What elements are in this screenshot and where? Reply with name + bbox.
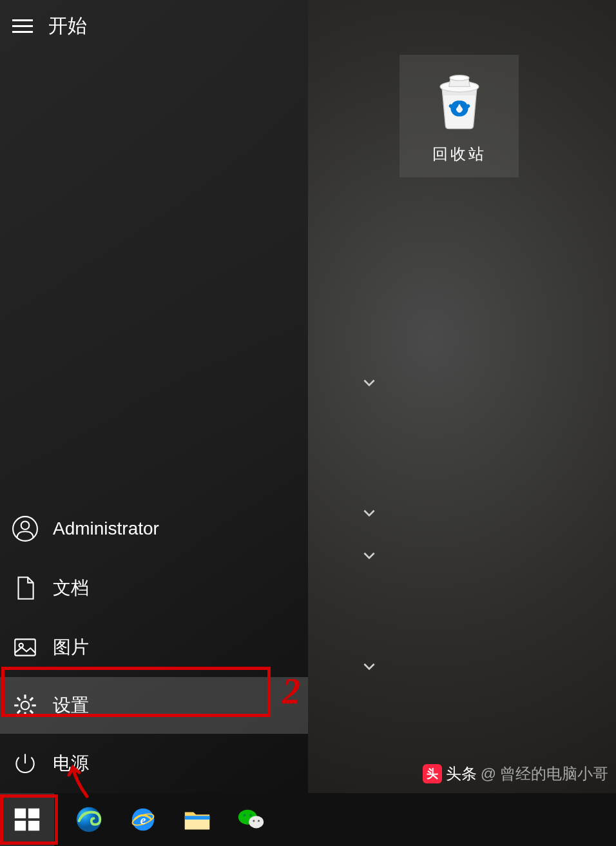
start-menu-title: 开始 — [48, 13, 87, 39]
hamburger-icon[interactable] — [10, 14, 35, 38]
taskbar-wechat-button[interactable] — [224, 793, 278, 846]
svg-rect-10 — [28, 821, 39, 831]
start-item-settings[interactable]: 设置 — [0, 677, 308, 734]
taskbar-edge-button[interactable] — [62, 793, 116, 846]
start-item-power[interactable]: 电源 — [0, 734, 308, 793]
svg-rect-9 — [15, 821, 26, 831]
chevron-down-icon[interactable] — [356, 658, 382, 679]
watermark-author: 曾经的电脑小哥 — [500, 763, 608, 784]
recycle-bin-icon — [430, 71, 488, 132]
taskbar-file-explorer-button[interactable] — [170, 793, 224, 846]
start-menu-header: 开始 — [0, 0, 308, 52]
taskbar: e — [0, 793, 616, 846]
edge-icon — [74, 805, 104, 834]
start-item-label: 电源 — [53, 751, 89, 776]
document-icon — [12, 575, 39, 602]
folder-icon — [182, 805, 212, 834]
svg-point-20 — [249, 814, 252, 816]
svg-rect-16 — [185, 816, 209, 820]
svg-point-5 — [19, 644, 23, 647]
svg-point-22 — [258, 820, 260, 821]
power-icon — [12, 750, 39, 777]
svg-point-21 — [253, 820, 255, 821]
svg-point-18 — [249, 816, 264, 828]
chevron-down-icon[interactable] — [356, 504, 382, 526]
taskbar-ie-button[interactable]: e — [116, 793, 170, 846]
start-item-user[interactable]: Administrator — [0, 499, 308, 558]
watermark: 头 头条 @ 曾经的电脑小哥 — [423, 763, 608, 784]
gear-icon — [12, 692, 39, 719]
watermark-prefix: 头条 — [446, 763, 477, 784]
watermark-at: @ — [481, 765, 496, 783]
picture-icon — [12, 634, 39, 661]
internet-explorer-icon: e — [128, 805, 158, 834]
svg-text:e: e — [140, 813, 146, 827]
taskbar-start-button[interactable] — [0, 793, 54, 846]
desktop-icon-recycle-bin[interactable]: 回收站 — [399, 55, 519, 177]
svg-point-6 — [21, 702, 30, 710]
recycle-bin-label: 回收站 — [432, 144, 486, 164]
svg-point-1 — [450, 75, 469, 81]
chevron-down-icon[interactable] — [356, 547, 382, 568]
start-menu-panel: 开始 Administrator 文档 图片 设置 — [0, 0, 308, 793]
start-item-documents[interactable]: 文档 — [0, 558, 308, 618]
start-item-label: 图片 — [53, 635, 89, 660]
wechat-icon — [236, 805, 266, 834]
start-item-label: 设置 — [53, 693, 89, 718]
svg-point-3 — [21, 521, 30, 529]
svg-rect-8 — [28, 809, 39, 818]
svg-rect-4 — [15, 639, 35, 655]
chevron-down-icon[interactable] — [356, 374, 382, 395]
svg-rect-7 — [15, 809, 26, 818]
svg-point-19 — [244, 814, 246, 816]
start-item-label: 文档 — [53, 576, 89, 600]
start-item-pictures[interactable]: 图片 — [0, 618, 308, 677]
windows-logo-icon — [12, 805, 42, 834]
watermark-logo-icon: 头 — [423, 764, 442, 783]
user-icon — [12, 515, 39, 542]
start-item-label: Administrator — [53, 518, 159, 539]
start-menu-bottom-list: Administrator 文档 图片 设置 电源 — [0, 499, 308, 793]
